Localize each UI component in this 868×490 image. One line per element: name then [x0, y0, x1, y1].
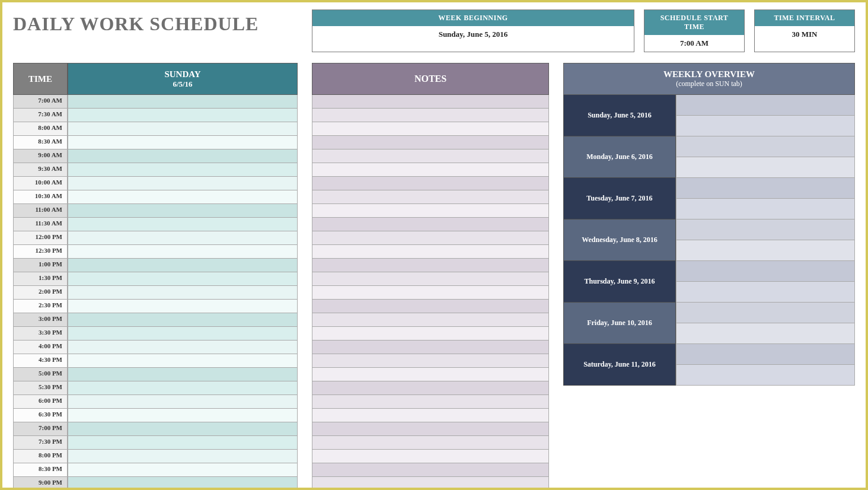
- schedule-row: 4:00 PM: [13, 341, 298, 354]
- notes-row[interactable]: [312, 354, 549, 368]
- weekly-cell[interactable]: [676, 344, 855, 365]
- weekly-cell[interactable]: [676, 178, 855, 199]
- notes-row[interactable]: [312, 381, 549, 395]
- schedule-cell[interactable]: [68, 122, 298, 136]
- weekly-cell[interactable]: [676, 95, 855, 116]
- schedule-row: 5:30 PM: [13, 381, 298, 395]
- notes-row[interactable]: [312, 218, 549, 231]
- schedule-row: 9:00 AM: [13, 149, 298, 163]
- schedule-cell[interactable]: [68, 272, 298, 286]
- schedule-cell[interactable]: [68, 286, 298, 300]
- schedule-row: 11:00 AM: [13, 204, 298, 218]
- weekly-cell[interactable]: [676, 136, 855, 157]
- notes-row[interactable]: [312, 95, 549, 109]
- notes-row[interactable]: [312, 245, 549, 259]
- weekly-day-cells: [676, 136, 855, 178]
- weekly-cell[interactable]: [676, 219, 855, 240]
- weekly-day-cells: [676, 261, 855, 303]
- schedule-cell[interactable]: [68, 477, 298, 490]
- schedule-cell[interactable]: [68, 245, 298, 259]
- notes-row[interactable]: [312, 422, 549, 436]
- weekly-header-title: WEEKLY OVERVIEW: [564, 69, 854, 79]
- schedule-cell[interactable]: [68, 300, 298, 313]
- weekly-cell[interactable]: [676, 157, 855, 178]
- notes-row[interactable]: [312, 368, 549, 381]
- weekly-row: Thursday, June 9, 2016: [563, 261, 855, 303]
- weekly-cell[interactable]: [676, 240, 855, 261]
- schedule-cell[interactable]: [68, 163, 298, 177]
- schedule-row: 8:00 PM: [13, 450, 298, 463]
- notes-row[interactable]: [312, 327, 549, 341]
- schedule-cell[interactable]: [68, 190, 298, 204]
- schedule-cell[interactable]: [68, 450, 298, 463]
- schedule-cell[interactable]: [68, 409, 298, 422]
- week-beginning-value[interactable]: Sunday, June 5, 2016: [312, 26, 634, 43]
- schedule-cell[interactable]: [68, 204, 298, 218]
- schedule-cell[interactable]: [68, 218, 298, 231]
- interval-value[interactable]: 30 MIN: [755, 26, 854, 43]
- notes-row[interactable]: [312, 136, 549, 149]
- schedule-cell[interactable]: [68, 354, 298, 368]
- notes-row[interactable]: [312, 463, 549, 477]
- schedule-cell[interactable]: [68, 177, 298, 190]
- schedule-cell[interactable]: [68, 341, 298, 354]
- schedule-row: 12:00 PM: [13, 231, 298, 245]
- notes-row[interactable]: [312, 204, 549, 218]
- notes-row[interactable]: [312, 122, 549, 136]
- notes-row[interactable]: [312, 341, 549, 354]
- schedule-cell[interactable]: [68, 327, 298, 341]
- schedule-row: 9:00 PM: [13, 477, 298, 490]
- schedule-cell[interactable]: [68, 422, 298, 436]
- notes-row[interactable]: [312, 190, 549, 204]
- notes-header: NOTES: [312, 63, 549, 95]
- weekly-cell[interactable]: [676, 116, 855, 136]
- week-beginning-label: WEEK BEGINNING: [312, 10, 634, 26]
- notes-row[interactable]: [312, 149, 549, 163]
- schedule-cell[interactable]: [68, 436, 298, 450]
- schedule-cell[interactable]: [68, 259, 298, 272]
- weekly-day-label: Tuesday, June 7, 2016: [563, 178, 676, 219]
- schedule-cell[interactable]: [68, 395, 298, 409]
- schedule-cell[interactable]: [68, 136, 298, 149]
- schedule-cell[interactable]: [68, 368, 298, 381]
- weekly-cell[interactable]: [676, 199, 855, 219]
- weekly-cell[interactable]: [676, 365, 855, 386]
- time-cell: 12:30 PM: [13, 245, 68, 259]
- notes-row[interactable]: [312, 436, 549, 450]
- notes-row[interactable]: [312, 409, 549, 422]
- schedule-row: 10:30 AM: [13, 190, 298, 204]
- schedule-cell[interactable]: [68, 109, 298, 122]
- notes-row[interactable]: [312, 300, 549, 313]
- weekly-cell[interactable]: [676, 323, 855, 344]
- schedule-cell[interactable]: [68, 381, 298, 395]
- notes-row[interactable]: [312, 177, 549, 190]
- time-cell: 9:00 AM: [13, 149, 68, 163]
- weekly-day-cells: [676, 344, 855, 386]
- weekly-cell[interactable]: [676, 282, 855, 303]
- time-cell: 10:30 AM: [13, 190, 68, 204]
- schedule-cell[interactable]: [68, 463, 298, 477]
- schedule-cell[interactable]: [68, 95, 298, 109]
- time-column-header: TIME: [13, 63, 68, 95]
- notes-row[interactable]: [312, 450, 549, 463]
- schedule-cell[interactable]: [68, 231, 298, 245]
- schedule-row: 8:00 AM: [13, 122, 298, 136]
- weekly-row: Friday, June 10, 2016: [563, 303, 855, 344]
- notes-row[interactable]: [312, 395, 549, 409]
- weekly-cell[interactable]: [676, 261, 855, 282]
- notes-row[interactable]: [312, 313, 549, 327]
- notes-row[interactable]: [312, 259, 549, 272]
- schedule-cell[interactable]: [68, 313, 298, 327]
- notes-row[interactable]: [312, 231, 549, 245]
- schedule-cell[interactable]: [68, 149, 298, 163]
- time-cell: 1:30 PM: [13, 272, 68, 286]
- notes-row[interactable]: [312, 286, 549, 300]
- schedule-row: 8:30 AM: [13, 136, 298, 149]
- start-time-value[interactable]: 7:00 AM: [644, 35, 744, 52]
- notes-row[interactable]: [312, 163, 549, 177]
- notes-row[interactable]: [312, 109, 549, 122]
- notes-row[interactable]: [312, 272, 549, 286]
- notes-row[interactable]: [312, 477, 549, 490]
- weekly-cell[interactable]: [676, 303, 855, 323]
- weekly-row: Saturday, June 11, 2016: [563, 344, 855, 386]
